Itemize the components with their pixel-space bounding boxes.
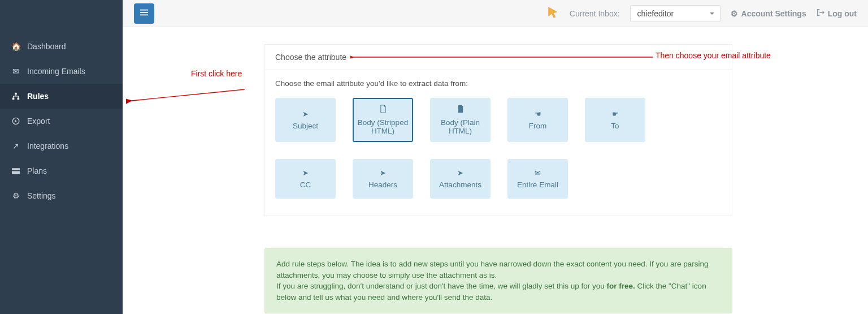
svg-rect-5 <box>12 171 20 174</box>
tile-label: To <box>611 122 619 130</box>
share-icon: ↗ <box>11 141 20 150</box>
hand-left-icon: ☚ <box>535 110 541 118</box>
tile-label: Body (Plain HTML) <box>434 118 487 135</box>
sidebar-item-dashboard[interactable]: 🏠 Dashboard <box>0 34 123 59</box>
credit-card-icon <box>11 168 20 174</box>
hand-right-icon: ☛ <box>612 110 619 118</box>
panel-subtext: Choose the email attribute you'd like to… <box>275 79 722 88</box>
pointer-icon: ➤ <box>457 169 463 177</box>
sidebar-item-label: Dashboard <box>27 42 66 51</box>
sidebar-item-incoming-emails[interactable]: ✉ Incoming Emails <box>0 59 123 84</box>
sitemap-icon <box>11 92 20 100</box>
annotation-arrow-1 <box>126 89 250 106</box>
svg-rect-0 <box>15 93 17 95</box>
logout-label: Log out <box>828 9 857 18</box>
mail-icon: ✉ <box>11 67 20 76</box>
tile-body-plain-html[interactable]: Body (Plain HTML) <box>430 98 491 142</box>
svg-rect-2 <box>18 98 20 100</box>
tile-row: ➤ Subject Body (Stripped HTML) Body (Pla… <box>275 98 722 199</box>
account-settings-label: Account Settings <box>741 9 806 18</box>
gear-icon: ⚙ <box>11 191 20 200</box>
home-icon: 🏠 <box>11 42 20 51</box>
info-box: Add rule steps below. The idea is to add… <box>264 248 732 313</box>
annotation-first-click: First click here <box>191 69 242 78</box>
tile-label: Attachments <box>439 180 481 189</box>
info-line1: Add rule steps below. The idea is to add… <box>276 260 708 279</box>
logout-link[interactable]: Log out <box>817 8 857 18</box>
sidebar-item-label: Export <box>27 117 50 126</box>
info-line2-pre: If you are struggling, don't understand … <box>276 282 606 290</box>
svg-line-9 <box>132 89 245 101</box>
pointer-icon: ➤ <box>302 169 309 177</box>
pointer-icon: ➤ <box>302 110 309 118</box>
inbox-select[interactable]: chiefeditor <box>630 5 721 22</box>
tile-label: Body (Stripped HTML) <box>357 118 409 135</box>
tile-entire-email[interactable]: ✉ Entire Email <box>507 159 568 199</box>
export-icon <box>11 117 20 125</box>
tile-label: From <box>529 122 547 130</box>
sidebar-item-label: Plans <box>27 166 47 175</box>
tile-cc[interactable]: ➤ CC <box>275 159 336 199</box>
tile-from[interactable]: ☚ From <box>507 98 568 142</box>
info-line2-bold: for free. <box>606 282 635 290</box>
sidebar: 🏠 Dashboard ✉ Incoming Emails Rules Expo… <box>0 0 123 314</box>
svg-rect-4 <box>12 168 20 170</box>
annotation-then-choose: Then choose your email attribute <box>656 51 771 60</box>
sidebar-item-settings[interactable]: ⚙ Settings <box>0 183 123 208</box>
sidebar-item-label: Integrations <box>27 141 68 150</box>
sidebar-item-rules[interactable]: Rules <box>0 84 123 109</box>
tile-to[interactable]: ☛ To <box>585 98 645 142</box>
svg-rect-8 <box>140 14 148 15</box>
file-icon <box>380 105 387 115</box>
svg-rect-1 <box>12 98 15 100</box>
inbox-select-value: chiefeditor <box>637 9 674 18</box>
logout-icon <box>817 8 824 18</box>
file-icon <box>457 105 464 115</box>
tile-label: Headers <box>368 180 397 189</box>
topbar: Current Inbox: chiefeditor ⚙ Account Set… <box>123 0 868 27</box>
tile-subject[interactable]: ➤ Subject <box>275 98 336 142</box>
tile-body-stripped-html[interactable]: Body (Stripped HTML) <box>353 98 413 142</box>
sidebar-toggle-button[interactable] <box>134 3 154 24</box>
sidebar-item-plans[interactable]: Plans <box>0 158 123 183</box>
svg-rect-7 <box>140 12 148 13</box>
gear-icon: ⚙ <box>731 9 738 18</box>
attribute-panel: Choose the attribute Choose the email at… <box>264 44 732 216</box>
sidebar-item-label: Incoming Emails <box>27 67 85 76</box>
current-inbox-label: Current Inbox: <box>570 9 620 18</box>
pointer-icon: ➤ <box>380 169 386 177</box>
tile-label: Entire Email <box>517 180 558 189</box>
menu-icon <box>140 8 148 19</box>
tile-label: CC <box>300 180 311 189</box>
sidebar-item-label: Rules <box>27 92 49 101</box>
tile-label: Subject <box>293 122 318 130</box>
envelope-icon: ✉ <box>535 169 541 177</box>
sidebar-item-export[interactable]: Export <box>0 109 123 134</box>
sidebar-item-integrations[interactable]: ↗ Integrations <box>0 134 123 158</box>
svg-rect-6 <box>140 9 148 10</box>
account-settings-link[interactable]: ⚙ Account Settings <box>731 9 806 18</box>
tile-attachments[interactable]: ➤ Attachments <box>430 159 491 199</box>
sidebar-item-label: Settings <box>27 191 56 200</box>
cursor-icon <box>547 6 559 20</box>
tile-headers[interactable]: ➤ Headers <box>353 159 413 199</box>
